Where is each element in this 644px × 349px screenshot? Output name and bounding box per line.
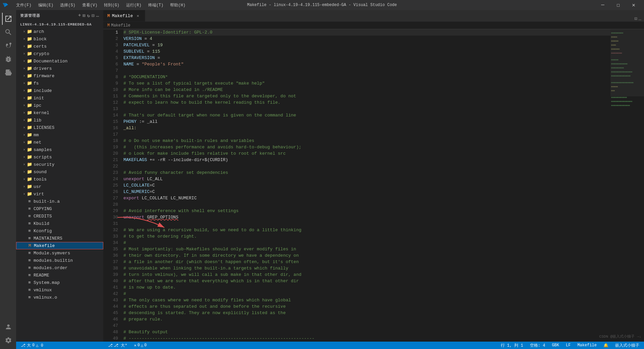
code-line-43: # The only cases where we need to modify… bbox=[123, 297, 610, 303]
sidebar-item-documentation[interactable]: › 📁 Documentation bbox=[16, 57, 103, 65]
sidebar-item-vmlinux[interactable]: › ≡ vmlinux bbox=[16, 286, 103, 294]
sidebar-item-copying[interactable]: › ≡ COPYING bbox=[16, 205, 103, 212]
close-button[interactable]: ✕ bbox=[626, 0, 641, 10]
tree-root-label[interactable]: LINUX-4.19-4.19.115-EMBEDED-GA bbox=[16, 21, 103, 28]
sidebar-item-arch[interactable]: › 📁 arch bbox=[16, 28, 103, 35]
activity-settings-icon[interactable] bbox=[2, 334, 14, 346]
sidebar-item-kbuild[interactable]: › ≡ Kbuild bbox=[16, 220, 103, 227]
collapse-icon[interactable]: ⊟ bbox=[92, 13, 95, 18]
sidebar-item-scripts[interactable]: › 📁 scripts bbox=[16, 153, 103, 161]
breadcrumb-filename[interactable]: Makefile bbox=[111, 23, 130, 28]
sidebar-item-lib[interactable]: › 📁 lib bbox=[16, 116, 103, 124]
sidebar-item-modules-order[interactable]: › ≡ modules.order bbox=[16, 264, 103, 271]
sidebar-item-virt[interactable]: › 📁 virt bbox=[16, 190, 103, 198]
code-comment: # o Look for make include files relative… bbox=[123, 150, 286, 157]
status-encoding[interactable]: GBK bbox=[550, 343, 561, 348]
menu-select[interactable]: 选择(S) bbox=[57, 2, 78, 9]
line-num-20: 20 bbox=[103, 150, 118, 157]
sidebar-item-modules-builtin[interactable]: › ≡ modules.builtin bbox=[16, 257, 103, 264]
sidebar-item-credits[interactable]: › ≡ CREDITS bbox=[16, 212, 103, 220]
activity-explorer-icon[interactable] bbox=[2, 13, 14, 25]
tab-close-button[interactable]: ✕ bbox=[135, 13, 141, 19]
sidebar-item-block[interactable]: › 📁 block bbox=[16, 35, 103, 43]
ellipsis-icon[interactable]: … bbox=[96, 13, 99, 18]
sidebar-item-usr[interactable]: › 📁 usr bbox=[16, 183, 103, 190]
app-body: 资源管理器 + ⊞ ↻ ⊟ … LINUX-4.19-4.19.115-EMBE… bbox=[0, 10, 644, 349]
menu-terminal[interactable]: 终端(T) bbox=[146, 2, 166, 9]
menu-help[interactable]: 帮助(H) bbox=[167, 2, 188, 9]
sidebar-item-crypto[interactable]: › 📁 crypto bbox=[16, 50, 103, 57]
sidebar-item-maintainers[interactable]: › ≡ MAINTAINERS bbox=[16, 235, 103, 242]
item-label: MAINTAINERS bbox=[34, 236, 62, 241]
sidebar-item-sound[interactable]: › 📁 sound bbox=[16, 168, 103, 176]
sidebar-item-vmlinux-o[interactable]: › ≡ vmlinux.o bbox=[16, 294, 103, 301]
sidebar-item-firmware[interactable]: › 📁 firmware bbox=[16, 72, 103, 80]
menu-edit[interactable]: 编辑(E) bbox=[36, 2, 56, 9]
activity-debug-icon[interactable] bbox=[2, 53, 14, 65]
sidebar-item-kernel[interactable]: › 📁 kernel bbox=[16, 109, 103, 116]
file-icon: ≡ bbox=[27, 258, 32, 263]
sidebar-item-net[interactable]: › 📁 net bbox=[16, 139, 103, 146]
activity-search-icon[interactable] bbox=[2, 26, 14, 38]
sidebar-item-builtin-a[interactable]: › ≡ built-in.a bbox=[16, 198, 103, 205]
menu-goto[interactable]: 转到(G) bbox=[101, 2, 122, 9]
menu-run[interactable]: 运行(R) bbox=[123, 2, 144, 9]
sidebar-item-makefile[interactable]: › M Makefile bbox=[16, 242, 103, 249]
status-language[interactable]: Makefile bbox=[575, 343, 599, 348]
folder-icon: 📁 bbox=[27, 36, 32, 42]
more-actions-icon[interactable]: … bbox=[639, 16, 641, 21]
sidebar-item-drivers[interactable]: › 📁 drivers bbox=[16, 65, 103, 72]
line-num-38: 38 bbox=[103, 265, 118, 271]
sidebar-item-module-symvers[interactable]: › ≡ Module.symvers bbox=[16, 249, 103, 257]
activity-git-icon[interactable] bbox=[2, 40, 14, 52]
status-eol[interactable]: LF bbox=[564, 343, 573, 348]
sidebar-item-licenses[interactable]: › 📁 LICENSES bbox=[16, 124, 103, 131]
explorer-section[interactable]: LINUX-4.19-4.19.115-EMBEDED-GA › 📁 arch … bbox=[16, 21, 103, 342]
sidebar-item-kconfig[interactable]: › ≡ Kconfig bbox=[16, 227, 103, 235]
status-feedback[interactable]: 🔔 bbox=[601, 343, 610, 348]
sidebar-item-security[interactable]: › 📁 security bbox=[16, 161, 103, 168]
sidebar-item-system-map[interactable]: › ≡ System.map bbox=[16, 279, 103, 286]
sidebar-item-ipc[interactable]: › 📁 ipc bbox=[16, 102, 103, 109]
activity-account-icon[interactable] bbox=[2, 321, 14, 333]
new-folder-icon[interactable]: ⊞ bbox=[83, 13, 86, 18]
tab-makefile[interactable]: M Makefile ✕ bbox=[103, 10, 145, 21]
status-remote[interactable]: 嵌入式小猫子 bbox=[613, 343, 641, 348]
maximize-button[interactable]: ☐ bbox=[610, 0, 626, 10]
code-line-15: PHONY := _all bbox=[123, 118, 610, 125]
sidebar-item-init[interactable]: › 📁 init bbox=[16, 94, 103, 102]
code-var: LC_NUMERIC bbox=[123, 189, 150, 195]
status-cursor[interactable]: 行 1, 列 1 bbox=[499, 343, 525, 348]
status-errors[interactable]: ✕ 0 △ 0 bbox=[132, 343, 149, 348]
sidebar-item-tools[interactable]: › 📁 tools bbox=[16, 176, 103, 183]
split-editor-icon[interactable]: ⊡ bbox=[634, 16, 637, 21]
sidebar-item-include[interactable]: › 📁 include bbox=[16, 87, 103, 94]
sidebar-item-readme[interactable]: › ≡ README bbox=[16, 271, 103, 279]
refresh-icon[interactable]: ↻ bbox=[87, 13, 90, 18]
git-status[interactable]: ⎇ 大 0 △ 0 bbox=[19, 343, 45, 348]
minimize-button[interactable]: — bbox=[595, 0, 610, 10]
folder-icon: 📁 bbox=[27, 66, 32, 71]
status-branch[interactable]: ⎇ ⎇ 大* bbox=[106, 343, 129, 348]
folder-icon: 📁 bbox=[27, 110, 32, 115]
folder-icon: 📁 bbox=[27, 73, 32, 79]
menu-view[interactable]: 查看(V) bbox=[79, 2, 100, 9]
sidebar-item-certs[interactable]: › 📁 certs bbox=[16, 43, 103, 50]
sidebar-item-mm[interactable]: › 📁 mm bbox=[16, 131, 103, 139]
activity-extensions-icon[interactable] bbox=[2, 66, 14, 79]
code-line-35: # Most importantly: sub-Makefiles should… bbox=[123, 246, 610, 252]
sidebar-item-fs[interactable]: › 📁 fs bbox=[16, 80, 103, 87]
menu-file[interactable]: 文件(F) bbox=[13, 2, 34, 9]
arrow-icon: › bbox=[21, 58, 27, 64]
line-num-6: 6 bbox=[103, 61, 118, 67]
line-num-22: 22 bbox=[103, 163, 118, 169]
code-comment: # expect to learn how to build the kerne… bbox=[123, 99, 280, 106]
folder-icon: 📁 bbox=[27, 81, 32, 86]
new-file-icon[interactable]: + bbox=[78, 13, 81, 18]
status-spaces[interactable]: 空格: 4 bbox=[528, 343, 547, 348]
file-icon: ≡ bbox=[27, 287, 32, 293]
sidebar-item-samples[interactable]: › 📁 samples bbox=[16, 146, 103, 153]
code-line-3: PATCHLEVEL = 19 bbox=[123, 42, 610, 48]
code-area[interactable]: # SPDX-License-Identifier: GPL-2.0 VERSI… bbox=[121, 29, 610, 342]
tab-bar: M Makefile ✕ ⊡ … bbox=[103, 10, 644, 22]
